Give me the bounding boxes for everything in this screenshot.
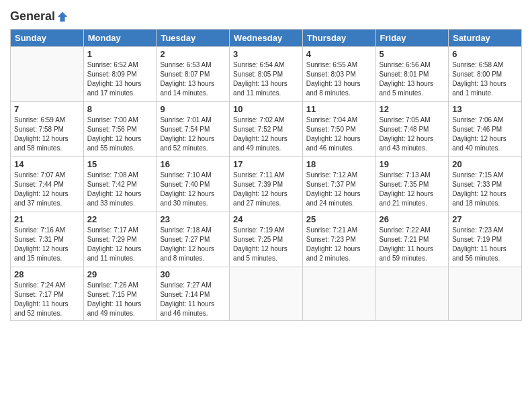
calendar-cell: 20Sunrise: 7:15 AM Sunset: 7:33 PM Dayli… xyxy=(449,157,522,212)
day-number: 12 xyxy=(380,104,445,114)
logo: General xyxy=(10,9,69,24)
calendar-cell xyxy=(375,267,449,321)
calendar-cell: 4Sunrise: 6:55 AM Sunset: 8:03 PM Daylig… xyxy=(302,47,375,102)
day-info: Sunrise: 6:56 AM Sunset: 8:01 PM Dayligh… xyxy=(380,60,445,98)
logo-general-text: General xyxy=(10,9,55,24)
day-number: 5 xyxy=(380,49,445,59)
day-info: Sunrise: 7:02 AM Sunset: 7:52 PM Dayligh… xyxy=(233,116,299,153)
day-info: Sunrise: 7:01 AM Sunset: 7:54 PM Dayligh… xyxy=(160,116,226,153)
calendar-cell: 30Sunrise: 7:27 AM Sunset: 7:14 PM Dayli… xyxy=(157,267,230,321)
day-number: 6 xyxy=(452,49,518,59)
day-number: 18 xyxy=(306,159,372,169)
day-info: Sunrise: 6:54 AM Sunset: 8:05 PM Dayligh… xyxy=(233,60,299,98)
calendar-cell: 15Sunrise: 7:08 AM Sunset: 7:42 PM Dayli… xyxy=(83,157,157,212)
day-info: Sunrise: 7:06 AM Sunset: 7:46 PM Dayligh… xyxy=(452,116,518,153)
calendar-cell: 11Sunrise: 7:04 AM Sunset: 7:50 PM Dayli… xyxy=(302,102,375,157)
day-info: Sunrise: 6:55 AM Sunset: 8:03 PM Dayligh… xyxy=(306,60,372,98)
calendar-week-4: 28Sunrise: 7:24 AM Sunset: 7:17 PM Dayli… xyxy=(11,267,522,321)
day-number: 13 xyxy=(452,104,518,114)
calendar-cell: 3Sunrise: 6:54 AM Sunset: 8:05 PM Daylig… xyxy=(230,47,303,102)
day-number: 11 xyxy=(306,104,372,114)
calendar-cell: 25Sunrise: 7:21 AM Sunset: 7:23 PM Dayli… xyxy=(302,212,375,267)
calendar-cell: 7Sunrise: 6:59 AM Sunset: 7:58 PM Daylig… xyxy=(11,102,84,157)
day-number: 27 xyxy=(452,214,518,224)
day-number: 3 xyxy=(233,49,299,59)
day-info: Sunrise: 7:12 AM Sunset: 7:37 PM Dayligh… xyxy=(306,171,372,208)
day-number: 28 xyxy=(14,269,80,279)
calendar-cell: 9Sunrise: 7:01 AM Sunset: 7:54 PM Daylig… xyxy=(157,102,230,157)
header-thursday: Thursday xyxy=(302,30,375,47)
day-info: Sunrise: 6:58 AM Sunset: 8:00 PM Dayligh… xyxy=(452,60,518,98)
day-info: Sunrise: 7:11 AM Sunset: 7:39 PM Dayligh… xyxy=(233,171,299,208)
day-info: Sunrise: 7:22 AM Sunset: 7:21 PM Dayligh… xyxy=(380,226,445,263)
calendar-cell: 29Sunrise: 7:26 AM Sunset: 7:15 PM Dayli… xyxy=(83,267,157,321)
day-number: 26 xyxy=(380,214,445,224)
header-monday: Monday xyxy=(83,30,157,47)
day-number: 24 xyxy=(233,214,299,224)
day-info: Sunrise: 7:26 AM Sunset: 7:15 PM Dayligh… xyxy=(87,281,153,318)
day-info: Sunrise: 7:16 AM Sunset: 7:31 PM Dayligh… xyxy=(14,226,80,263)
logo-icon xyxy=(56,11,69,23)
day-number: 4 xyxy=(306,49,372,59)
calendar-cell: 6Sunrise: 6:58 AM Sunset: 8:00 PM Daylig… xyxy=(449,47,522,102)
day-number: 16 xyxy=(160,159,226,169)
calendar-cell: 22Sunrise: 7:17 AM Sunset: 7:29 PM Dayli… xyxy=(83,212,157,267)
day-number: 2 xyxy=(160,49,226,59)
day-number: 14 xyxy=(14,159,80,169)
day-info: Sunrise: 7:18 AM Sunset: 7:27 PM Dayligh… xyxy=(160,226,226,263)
day-info: Sunrise: 7:19 AM Sunset: 7:25 PM Dayligh… xyxy=(233,226,299,263)
day-info: Sunrise: 7:08 AM Sunset: 7:42 PM Dayligh… xyxy=(87,171,153,208)
calendar-cell: 12Sunrise: 7:05 AM Sunset: 7:48 PM Dayli… xyxy=(375,102,449,157)
day-info: Sunrise: 6:52 AM Sunset: 8:09 PM Dayligh… xyxy=(87,60,153,98)
day-number: 30 xyxy=(160,269,226,279)
calendar-week-1: 7Sunrise: 6:59 AM Sunset: 7:58 PM Daylig… xyxy=(11,102,522,157)
calendar-cell: 19Sunrise: 7:13 AM Sunset: 7:35 PM Dayli… xyxy=(375,157,449,212)
calendar-cell xyxy=(230,267,303,321)
day-info: Sunrise: 7:00 AM Sunset: 7:56 PM Dayligh… xyxy=(87,116,153,153)
day-info: Sunrise: 7:23 AM Sunset: 7:19 PM Dayligh… xyxy=(452,226,518,263)
day-info: Sunrise: 7:07 AM Sunset: 7:44 PM Dayligh… xyxy=(14,171,80,208)
header-tuesday: Tuesday xyxy=(157,30,230,47)
day-number: 8 xyxy=(87,104,153,114)
day-info: Sunrise: 7:05 AM Sunset: 7:48 PM Dayligh… xyxy=(380,116,445,153)
calendar-week-3: 21Sunrise: 7:16 AM Sunset: 7:31 PM Dayli… xyxy=(11,212,522,267)
calendar-cell: 18Sunrise: 7:12 AM Sunset: 7:37 PM Dayli… xyxy=(302,157,375,212)
calendar-week-2: 14Sunrise: 7:07 AM Sunset: 7:44 PM Dayli… xyxy=(11,157,522,212)
day-info: Sunrise: 7:04 AM Sunset: 7:50 PM Dayligh… xyxy=(306,116,372,153)
calendar-week-0: 1Sunrise: 6:52 AM Sunset: 8:09 PM Daylig… xyxy=(11,47,522,102)
day-number: 22 xyxy=(87,214,153,224)
calendar-table: SundayMondayTuesdayWednesdayThursdayFrid… xyxy=(10,29,522,321)
calendar-cell: 13Sunrise: 7:06 AM Sunset: 7:46 PM Dayli… xyxy=(449,102,522,157)
calendar-cell: 8Sunrise: 7:00 AM Sunset: 7:56 PM Daylig… xyxy=(83,102,157,157)
calendar-cell xyxy=(11,47,84,102)
header-wednesday: Wednesday xyxy=(230,30,303,47)
day-info: Sunrise: 7:21 AM Sunset: 7:23 PM Dayligh… xyxy=(306,226,372,263)
day-number: 1 xyxy=(87,49,153,59)
day-info: Sunrise: 7:17 AM Sunset: 7:29 PM Dayligh… xyxy=(87,226,153,263)
calendar-cell: 14Sunrise: 7:07 AM Sunset: 7:44 PM Dayli… xyxy=(11,157,84,212)
calendar-cell: 26Sunrise: 7:22 AM Sunset: 7:21 PM Dayli… xyxy=(375,212,449,267)
day-number: 9 xyxy=(160,104,226,114)
header-friday: Friday xyxy=(375,30,449,47)
calendar-cell: 10Sunrise: 7:02 AM Sunset: 7:52 PM Dayli… xyxy=(230,102,303,157)
calendar-header-row: SundayMondayTuesdayWednesdayThursdayFrid… xyxy=(11,30,522,47)
day-info: Sunrise: 7:24 AM Sunset: 7:17 PM Dayligh… xyxy=(14,281,80,318)
calendar-cell: 28Sunrise: 7:24 AM Sunset: 7:17 PM Dayli… xyxy=(11,267,84,321)
calendar-cell: 2Sunrise: 6:53 AM Sunset: 8:07 PM Daylig… xyxy=(157,47,230,102)
day-number: 25 xyxy=(306,214,372,224)
calendar-cell xyxy=(302,267,375,321)
calendar-cell: 27Sunrise: 7:23 AM Sunset: 7:19 PM Dayli… xyxy=(449,212,522,267)
day-info: Sunrise: 7:15 AM Sunset: 7:33 PM Dayligh… xyxy=(452,171,518,208)
calendar-cell: 16Sunrise: 7:10 AM Sunset: 7:40 PM Dayli… xyxy=(157,157,230,212)
day-number: 17 xyxy=(233,159,299,169)
day-number: 23 xyxy=(160,214,226,224)
header-sunday: Sunday xyxy=(11,30,84,47)
day-number: 21 xyxy=(14,214,80,224)
calendar-cell xyxy=(449,267,522,321)
day-number: 15 xyxy=(87,159,153,169)
calendar-cell: 1Sunrise: 6:52 AM Sunset: 8:09 PM Daylig… xyxy=(83,47,157,102)
day-number: 10 xyxy=(233,104,299,114)
day-number: 29 xyxy=(87,269,153,279)
day-number: 7 xyxy=(14,104,80,114)
day-info: Sunrise: 7:13 AM Sunset: 7:35 PM Dayligh… xyxy=(380,171,445,208)
